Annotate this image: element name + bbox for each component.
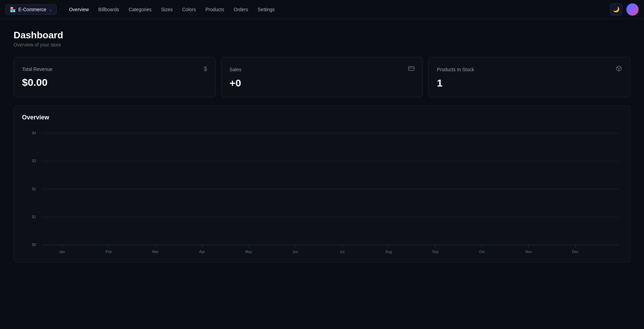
x-label-jun: Jun [292, 250, 298, 254]
stat-label-sales: Sales [230, 67, 241, 72]
credit-card-icon [408, 65, 414, 73]
store-name: E-Commerce [18, 7, 46, 12]
chevron-down-icon: ⌄ [49, 7, 52, 12]
nav-link-settings[interactable]: Settings [254, 5, 279, 14]
stat-card-header-stock: Products In Stock [437, 65, 622, 73]
stat-card-header-revenue: Total Revenue $ [22, 65, 207, 73]
nav-link-sizes[interactable]: Sizes [157, 5, 177, 14]
nav-link-colors[interactable]: Colors [178, 5, 200, 14]
x-label-sep: Sep [432, 250, 438, 254]
stat-card-revenue: Total Revenue $ $0.00 [14, 57, 216, 97]
stat-label-revenue: Total Revenue [22, 66, 53, 72]
y-label-4: $4 [32, 131, 36, 135]
stat-value-sales: +0 [230, 77, 415, 89]
nav-links: Overview Billboards Categories Sizes Col… [65, 5, 610, 14]
nav-link-products[interactable]: Products [201, 5, 228, 14]
x-label-mar: Mar [152, 250, 159, 254]
overview-title: Overview [22, 114, 622, 121]
stat-value-revenue: $0.00 [22, 77, 207, 88]
package-icon [616, 65, 622, 73]
moon-icon: 🌙 [613, 6, 620, 13]
overview-card: Overview $4 $3 $2 $1 $0 Jan Feb Mar Apr [14, 105, 630, 263]
y-label-1: $1 [32, 215, 36, 219]
x-label-aug: Aug [385, 250, 392, 254]
x-label-jul: Jul [340, 250, 345, 254]
store-selector[interactable]: 🏪 E-Commerce ⌄ [5, 4, 57, 15]
main-content: Dashboard Overview of your store Total R… [0, 19, 644, 273]
theme-toggle-button[interactable]: 🌙 [610, 3, 622, 16]
nav-link-billboards[interactable]: Billboards [94, 5, 123, 14]
y-label-3: $3 [32, 159, 36, 163]
x-label-may: May [245, 250, 252, 254]
stat-card-header-sales: Sales [230, 65, 415, 73]
dollar-icon: $ [204, 65, 207, 73]
avatar-image [626, 3, 639, 16]
y-label-2: $2 [32, 187, 36, 191]
stat-label-stock: Products In Stock [437, 67, 474, 72]
navbar: 🏪 E-Commerce ⌄ Overview Billboards Categ… [0, 0, 644, 19]
stat-card-sales: Sales +0 [221, 57, 423, 97]
x-label-dec: Dec [572, 250, 579, 254]
x-label-nov: Nov [525, 250, 532, 254]
y-label-0: $0 [32, 243, 36, 247]
stat-cards: Total Revenue $ $0.00 Sales +0 Products [14, 57, 630, 97]
stat-card-stock: Products In Stock 1 [428, 57, 630, 97]
store-icon: 🏪 [10, 7, 16, 12]
page-title: Dashboard [14, 30, 630, 41]
nav-link-overview[interactable]: Overview [65, 5, 93, 14]
x-label-feb: Feb [105, 250, 112, 254]
stat-value-stock: 1 [437, 77, 622, 89]
x-label-jan: Jan [59, 250, 65, 254]
nav-right: 🌙 [610, 3, 639, 16]
x-label-apr: Apr [199, 250, 205, 254]
nav-link-orders[interactable]: Orders [230, 5, 252, 14]
chart-container: $4 $3 $2 $1 $0 Jan Feb Mar Apr May Jun J… [22, 128, 622, 257]
page-subtitle: Overview of your store [14, 42, 630, 47]
nav-link-categories[interactable]: Categories [124, 5, 156, 14]
overview-chart: $4 $3 $2 $1 $0 Jan Feb Mar Apr May Jun J… [22, 128, 622, 257]
svg-rect-0 [409, 66, 414, 71]
x-label-oct: Oct [479, 250, 485, 254]
avatar[interactable] [626, 3, 639, 16]
